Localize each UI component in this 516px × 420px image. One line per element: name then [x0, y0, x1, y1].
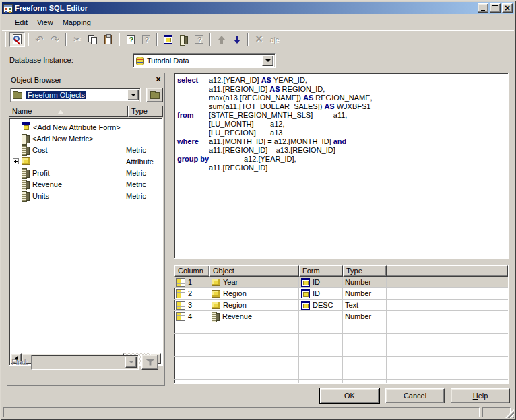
metric-icon	[212, 312, 220, 321]
tree-item-revenue[interactable]: Revenue Metric	[11, 178, 161, 190]
menu-mapping[interactable]: Mapping	[58, 17, 96, 28]
sql-view-icon	[13, 34, 22, 44]
minimize-button[interactable]	[478, 3, 488, 13]
toolbar-separator[interactable]	[28, 33, 29, 46]
ok-button[interactable]: OK	[320, 388, 379, 403]
grid-header-object[interactable]: Object	[209, 265, 299, 277]
rename-button[interactable]	[267, 32, 282, 47]
move-down-button[interactable]	[229, 32, 245, 47]
form-icon	[301, 289, 310, 298]
cancel-button[interactable]: Cancel	[385, 388, 445, 403]
tree-item-add-metric[interactable]: <Add New Metric>	[11, 133, 161, 144]
grid-row-3[interactable]: 3 Region DESC Text	[174, 300, 508, 311]
toolbar-separator[interactable]	[65, 33, 67, 46]
database-dropdown-arrow[interactable]	[262, 55, 273, 66]
prompt-disabled-icon	[142, 35, 150, 44]
grid-row-empty[interactable]	[174, 334, 508, 345]
toolbar-separator[interactable]	[156, 33, 158, 46]
expand-plus-icon[interactable]	[13, 158, 19, 164]
menu-view[interactable]: View	[32, 17, 58, 28]
attribute-icon	[212, 290, 220, 298]
find-label: Find:	[9, 358, 31, 366]
copy-icon	[88, 35, 97, 44]
paste-icon	[104, 35, 112, 44]
insert-prompt-button[interactable]	[123, 32, 138, 47]
form-icon	[301, 301, 310, 310]
object-browser-close-icon[interactable]: ×	[154, 76, 163, 85]
toolbar-grip[interactable]	[5, 32, 7, 47]
redo-button[interactable]	[47, 32, 63, 47]
grid-row-empty[interactable]	[174, 380, 508, 384]
paste-button[interactable]	[100, 32, 116, 47]
insert-attribute-form-button[interactable]	[160, 32, 176, 47]
menu-edit[interactable]: Edit	[10, 17, 32, 28]
insert-metric-button[interactable]	[176, 32, 191, 47]
grid-row-empty[interactable]	[174, 345, 508, 357]
database-instance-label: Database Instance:	[9, 56, 73, 64]
redo-icon	[51, 34, 59, 46]
column-icon	[176, 278, 185, 287]
title-bar[interactable]: Freeform SQL Editor	[2, 2, 514, 14]
column-icon	[176, 312, 185, 321]
up-one-level-button[interactable]	[146, 88, 163, 102]
column-icon	[176, 301, 185, 310]
folder-value: Freeform Objects	[26, 91, 86, 99]
name-column-header[interactable]: Name	[9, 106, 128, 117]
toolbar-separator[interactable]	[247, 33, 249, 46]
database-instance-row: Database Instance: Tutorial Data	[2, 50, 514, 70]
sort-ascending-icon	[58, 110, 63, 114]
freeform-sql-editor-window: Freeform SQL Editor Edit View Mapping	[0, 0, 516, 420]
form-icon	[301, 278, 310, 287]
edit-prompt-button[interactable]	[138, 32, 154, 47]
grid-header-form[interactable]: Form	[299, 265, 343, 277]
object-browser-title: Object Browser	[9, 76, 154, 84]
grid-row-empty[interactable]	[174, 357, 508, 368]
type-column-header[interactable]: Type	[128, 106, 163, 117]
cut-button[interactable]	[69, 32, 85, 47]
database-instance-select[interactable]: Tutorial Data	[133, 53, 276, 68]
status-message-area	[3, 407, 480, 417]
database-instance-value: Tutorial Data	[144, 57, 261, 65]
find-input[interactable]	[31, 355, 139, 370]
tree-item-attribute[interactable]: Attribute	[11, 155, 161, 167]
delete-button[interactable]	[251, 32, 267, 47]
tree-item-units[interactable]: Units Metric	[11, 190, 161, 201]
toolbar-separator[interactable]	[119, 33, 120, 46]
folder-icon	[13, 92, 22, 99]
mapping-disabled-icon	[195, 35, 203, 44]
grid-header-type[interactable]: Type	[343, 265, 387, 277]
find-dropdown-arrow[interactable]	[125, 357, 137, 368]
sql-view-button[interactable]	[9, 32, 25, 47]
sql-editor-area[interactable]: selecta12.[YEAR_ID] AS YEAR_ID,a11.[REGI…	[174, 73, 509, 259]
move-up-button[interactable]	[214, 32, 229, 47]
edit-mapping-button[interactable]	[191, 32, 207, 47]
grid-header-column[interactable]: Column	[174, 265, 209, 277]
attribute-form-icon	[22, 123, 30, 131]
grid-row-empty[interactable]	[174, 368, 508, 380]
tree-item-cost[interactable]: Cost Metric	[11, 144, 161, 155]
tree-item-profit[interactable]: Profit Metric	[11, 167, 161, 178]
folder-dropdown-arrow[interactable]	[127, 90, 139, 100]
mapping-grid: Column Object Form Type 1 Year ID Number…	[174, 265, 509, 384]
attribute-icon	[22, 158, 30, 165]
tree-item-add-attribute-form[interactable]: <Add New Attribute Form>	[11, 121, 161, 133]
grid-row-empty[interactable]	[174, 322, 508, 334]
toolbar-separator[interactable]	[209, 33, 211, 46]
delete-icon	[255, 35, 263, 44]
grid-row-2[interactable]: 2 Region ID Number	[174, 288, 508, 300]
attribute-icon	[212, 302, 220, 309]
arrow-down-icon	[233, 36, 241, 44]
grid-row-4[interactable]: 4 Revenue Number	[174, 311, 508, 322]
help-button[interactable]: Help	[451, 388, 510, 403]
copy-button[interactable]	[85, 32, 100, 47]
find-filter-button[interactable]	[141, 355, 158, 370]
metric-icon	[22, 168, 30, 178]
close-button[interactable]	[502, 3, 513, 13]
maximize-button[interactable]	[490, 3, 501, 13]
toolbar	[2, 30, 514, 48]
attribute-form-icon	[164, 35, 172, 44]
grid-row-1[interactable]: 1 Year ID Number	[174, 277, 508, 288]
folder-select[interactable]: Freeform Objects	[10, 88, 141, 102]
undo-button[interactable]	[32, 32, 47, 47]
status-bar	[2, 405, 514, 418]
